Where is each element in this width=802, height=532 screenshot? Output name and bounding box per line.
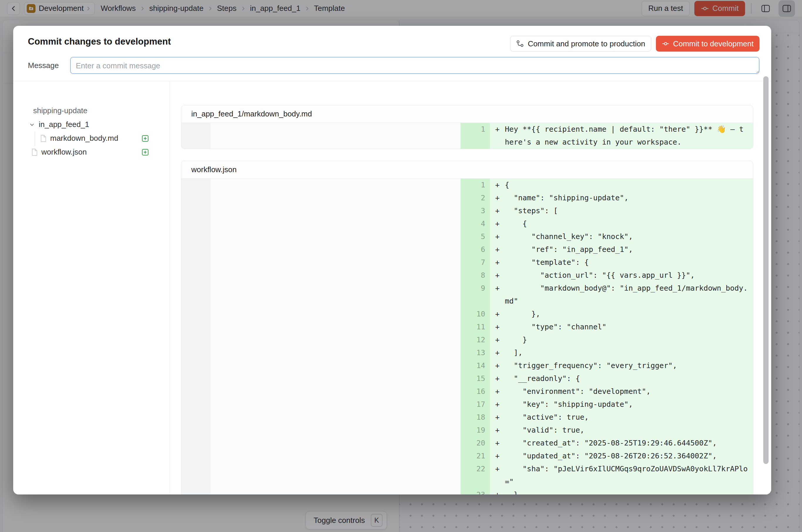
old-line-gutter	[181, 230, 211, 243]
code-text: "valid": true,	[505, 424, 748, 437]
added-line-marker: +	[490, 346, 500, 359]
diff-line: 19+ "valid": true,	[181, 424, 753, 437]
old-line-gutter	[181, 243, 211, 256]
code-text: "updated_at": "2025-08-26T20:26:52.36400…	[505, 450, 748, 462]
diff-line: 6+ "ref": "in_app_feed_1",	[181, 243, 753, 256]
code-text: "type": "channel"	[505, 321, 748, 334]
added-line-marker: +	[490, 191, 500, 204]
old-line-content	[211, 191, 461, 204]
code-text: "steps": [	[505, 204, 748, 217]
added-line-marker: +	[490, 178, 500, 191]
old-line-gutter	[181, 450, 211, 462]
diff-line: 16+ "environment": "development",	[181, 385, 753, 398]
added-file-badge	[142, 135, 149, 142]
old-line-content	[211, 256, 461, 269]
tree-root-workflow: shipping-update	[13, 104, 169, 118]
code-text: {	[505, 217, 748, 230]
new-line-number: 14	[461, 359, 490, 372]
message-input[interactable]	[70, 57, 760, 74]
old-line-content	[211, 334, 461, 346]
new-line-content: + "markdown_body@": "in_app_feed_1/markd…	[490, 282, 753, 308]
new-line-content: +{	[490, 178, 753, 191]
new-line-content: + "active": true,	[490, 411, 753, 424]
old-line-content	[211, 321, 461, 334]
new-line-content: + "sha": "pJeLVir6xIlUCMGqs9qroZoUAVDSwA…	[490, 462, 753, 488]
commit-and-promote-button[interactable]: Commit and promote to production	[510, 36, 651, 52]
new-line-number: 23	[461, 488, 490, 494]
added-line-marker: +	[490, 230, 500, 243]
old-line-gutter	[181, 398, 211, 411]
added-line-marker: +	[490, 385, 500, 398]
file-icon	[40, 135, 46, 142]
diff-rows: 1+{2+ "name": "shipping-update",3+ "step…	[181, 178, 753, 494]
added-line-marker: +	[490, 204, 500, 217]
tree-group-in-app-feed[interactable]: in_app_feed_1	[13, 118, 169, 131]
old-line-content	[211, 424, 461, 437]
new-line-number: 2	[461, 191, 490, 204]
diff-line: 21+ "updated_at": "2025-08-26T20:26:52.3…	[181, 450, 753, 462]
added-line-marker: +	[490, 334, 500, 346]
diff-panel-markdown-body: in_app_feed_1/markdown_body.md 1+Hey **{…	[181, 105, 753, 149]
new-line-content: + "trigger_frequency": "every_trigger",	[490, 359, 753, 372]
new-line-content: + "created_at": "2025-08-25T19:29:46.644…	[490, 437, 753, 450]
commit-changes-modal: Commit changes to development Commit and…	[13, 26, 771, 494]
code-text: {	[505, 178, 748, 191]
diff-line: 1+Hey **{{ recipient.name | default: "th…	[181, 123, 753, 149]
new-line-number: 16	[461, 385, 490, 398]
modal-scrollbar[interactable]	[763, 76, 768, 464]
modal-header: Commit changes to development Commit and…	[13, 26, 771, 81]
added-line-marker: +	[490, 308, 500, 321]
old-line-gutter	[181, 334, 211, 346]
old-line-content	[211, 411, 461, 424]
new-line-content: + "updated_at": "2025-08-26T20:26:52.364…	[490, 450, 753, 462]
new-line-number: 10	[461, 308, 490, 321]
new-line-content: + {	[490, 217, 753, 230]
diff-line: 5+ "channel_key": "knock",	[181, 230, 753, 243]
new-line-number: 21	[461, 450, 490, 462]
code-text: "environment": "development",	[505, 385, 748, 398]
diff-line: 20+ "created_at": "2025-08-25T19:29:46.6…	[181, 437, 753, 450]
old-line-gutter	[181, 282, 211, 308]
old-line-content	[211, 372, 461, 385]
old-line-gutter	[181, 123, 211, 149]
code-text: "name": "shipping-update",	[505, 191, 748, 204]
diff-rows: 1+Hey **{{ recipient.name | default: "th…	[181, 123, 753, 149]
old-line-content	[211, 308, 461, 321]
chevron-down-icon	[29, 121, 35, 128]
promote-branch-icon	[516, 40, 524, 48]
new-line-number: 18	[461, 411, 490, 424]
added-line-marker: +	[490, 243, 500, 256]
new-line-content: + ],	[490, 346, 753, 359]
tree-file-markdown-body[interactable]: markdown_body.md	[13, 131, 169, 145]
modal-title: Commit changes to development	[28, 36, 171, 47]
diff-line: 23+ }	[181, 488, 753, 494]
added-line-marker: +	[490, 269, 500, 282]
file-header: in_app_feed_1/markdown_body.md	[181, 105, 753, 123]
changed-files-tree: shipping-update in_app_feed_1 markdown_b…	[13, 81, 170, 494]
old-line-content	[211, 450, 461, 462]
diff-line: 8+ "action_url": "{{ vars.app_url }}",	[181, 269, 753, 282]
commit-to-development-button[interactable]: Commit to development	[656, 36, 760, 52]
new-line-number: 4	[461, 217, 490, 230]
new-line-content: + "action_url": "{{ vars.app_url }}",	[490, 269, 753, 282]
code-text: ],	[505, 346, 748, 359]
added-file-badge	[142, 149, 149, 156]
tree-root-label: shipping-update	[33, 106, 88, 115]
new-line-number: 11	[461, 321, 490, 334]
new-line-content: + },	[490, 308, 753, 321]
diff-line: 22+ "sha": "pJeLVir6xIlUCMGqs9qroZoUAVDS…	[181, 462, 753, 488]
diff-line: 17+ "key": "shipping-update",	[181, 398, 753, 411]
new-line-number: 7	[461, 256, 490, 269]
old-line-gutter	[181, 308, 211, 321]
old-line-content	[211, 217, 461, 230]
commit-icon	[662, 40, 669, 48]
added-line-marker: +	[490, 321, 500, 334]
file-header: workflow.json	[181, 161, 753, 178]
new-line-number: 6	[461, 243, 490, 256]
code-text: "sha": "pJeLVir6xIlUCMGqs9qroZoUAVDSwA0y…	[505, 462, 748, 488]
added-line-marker: +	[490, 437, 500, 450]
code-text: Hey **{{ recipient.name | default: "ther…	[505, 123, 748, 149]
added-line-marker: +	[490, 359, 500, 372]
tree-file-workflow-json[interactable]: workflow.json	[13, 145, 169, 159]
old-line-content	[211, 243, 461, 256]
